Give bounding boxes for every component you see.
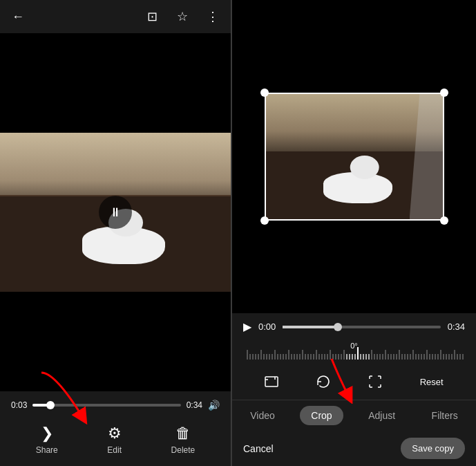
right-panel: ▶ 0:00 0:34 0° bbox=[231, 0, 476, 466]
delete-icon: 🗑 bbox=[175, 425, 191, 442]
edit-icon: ⚙ bbox=[108, 425, 122, 442]
more-icon[interactable]: ⋮ bbox=[203, 7, 222, 26]
edit-button[interactable]: ⚙ Edit bbox=[107, 425, 122, 455]
pause-button[interactable]: ⏸ bbox=[99, 196, 132, 229]
cancel-button[interactable]: Cancel bbox=[243, 443, 274, 454]
start-time-left: 0:03 bbox=[11, 400, 27, 410]
share-button[interactable]: ❯ Share bbox=[36, 425, 58, 455]
tab-filters[interactable]: Filters bbox=[421, 406, 469, 425]
video-thumbnail-left[interactable]: ⏸ bbox=[0, 133, 231, 292]
back-icon[interactable]: ← bbox=[8, 7, 28, 26]
rotation-label: 0° bbox=[350, 342, 358, 350]
crop-handle-tr[interactable] bbox=[440, 88, 448, 97]
bottom-bar-left: 0:03 0:34 🔊 bbox=[0, 391, 231, 416]
crop-tools-row: Reset bbox=[232, 364, 476, 400]
rotate-button[interactable] bbox=[311, 369, 336, 394]
tab-video[interactable]: Video bbox=[239, 406, 286, 425]
volume-icon[interactable]: 🔊 bbox=[208, 400, 220, 411]
freeform-button[interactable] bbox=[363, 369, 388, 394]
aspect-ratio-button[interactable] bbox=[259, 369, 284, 394]
star-icon[interactable]: ☆ bbox=[173, 7, 192, 26]
crop-image bbox=[265, 93, 444, 221]
playback-controls: ▶ 0:00 0:34 0° bbox=[232, 313, 476, 364]
playback-end-time: 0:34 bbox=[448, 321, 465, 332]
tab-crop[interactable]: Crop bbox=[300, 406, 343, 425]
tab-bar-right: Video Crop Adjust Filters bbox=[232, 400, 476, 431]
crop-video-area bbox=[232, 0, 476, 313]
crop-handle-tl[interactable] bbox=[260, 88, 269, 97]
tab-adjust[interactable]: Adjust bbox=[357, 406, 406, 425]
rotation-section: 0° bbox=[243, 339, 465, 343]
crop-frame[interactable] bbox=[265, 93, 444, 221]
left-panel: ← ⊡ ☆ ⋮ ⏸ 0:03 0:34 bbox=[0, 0, 231, 466]
delete-label: Delete bbox=[171, 445, 196, 455]
crop-handle-br[interactable] bbox=[440, 216, 448, 225]
top-bar-left: ← ⊡ ☆ ⋮ bbox=[0, 0, 231, 33]
timeline-track-left[interactable] bbox=[32, 404, 180, 407]
right-timeline[interactable] bbox=[283, 326, 440, 328]
share-icon: ❯ bbox=[41, 425, 53, 442]
play-button[interactable]: ▶ bbox=[243, 320, 251, 333]
crop-handle-bl[interactable] bbox=[260, 216, 269, 225]
video-area-left: ⏸ bbox=[0, 33, 231, 391]
share-label: Share bbox=[36, 445, 58, 455]
svg-rect-0 bbox=[265, 377, 278, 386]
save-copy-button[interactable]: Save copy bbox=[401, 438, 465, 459]
playback-start-time: 0:00 bbox=[258, 321, 276, 332]
action-bar-left: ❯ Share ⚙ Edit 🗑 Delete bbox=[0, 416, 231, 466]
reset-button[interactable]: Reset bbox=[415, 374, 449, 390]
bottom-action-right: Cancel Save copy bbox=[232, 431, 476, 466]
cast-icon[interactable]: ⊡ bbox=[142, 7, 162, 26]
end-time-left: 0:34 bbox=[187, 400, 202, 410]
edit-label: Edit bbox=[107, 445, 122, 455]
delete-button[interactable]: 🗑 Delete bbox=[171, 425, 196, 455]
